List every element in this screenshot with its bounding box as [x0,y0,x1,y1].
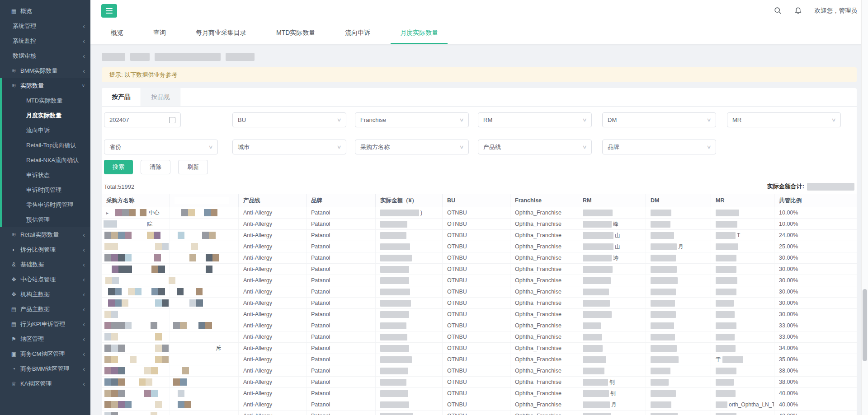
sidebar-item[interactable]: ≋Retail实际数量‹ [0,227,90,242]
sidebar-item[interactable]: Retail-NKA流向确认 [0,153,90,168]
redaction-block [651,289,676,295]
sidebar-item-label: 辖区管理 [20,335,44,343]
mosaic-tile [122,209,129,216]
period-date-picker[interactable]: 202407 [104,112,181,127]
tab-每月商业采集目录[interactable]: 每月商业采集目录 [181,21,261,44]
sidebar-item[interactable]: 流向申诉 [0,123,90,138]
expand-caret-icon[interactable]: ▸ [106,210,108,215]
redaction-block [651,413,678,415]
product-line-cell: Anti-Allergy [238,286,306,297]
sidebar-item[interactable]: 预估管理 [0,212,90,227]
partial-text: 月 [611,401,617,409]
mr-cell [711,207,774,218]
clear-button[interactable]: 清除 [141,160,170,174]
sidebar-item[interactable]: Retail-Top流向确认 [0,138,90,153]
mosaic-redaction [139,378,152,386]
filter-select[interactable]: 产品线∨ [478,140,592,154]
table-row: Anti-AllergyPatanolOTNBUOphtha_Franchise… [102,365,857,377]
tab-概览[interactable]: 概览 [96,21,138,44]
tab-流向申诉[interactable]: 流向申诉 [330,21,385,44]
filter-select[interactable]: MR∨ [727,112,841,127]
sidebar-item[interactable]: ✥机构主数据‹ [0,287,90,302]
sidebar-item[interactable]: MTD实际数量 [0,93,90,108]
filter-select[interactable]: 城市∨ [232,140,346,154]
mosaic-tile [155,401,162,408]
sidebar-item[interactable]: ≋实际数量∨ [0,78,90,93]
mosaic-tile [173,322,180,329]
search-button[interactable]: 搜索 [104,160,133,174]
franchise-cell: Ophtha_Franchise [510,331,578,342]
mosaic-redaction [181,209,195,216]
sidebar-item[interactable]: ▦概览 [0,4,90,19]
tab-月度实际数量[interactable]: 月度实际数量 [385,21,453,44]
sidebar-item[interactable]: 申诉状态 [0,168,90,182]
sidebar-item[interactable]: 数据审核‹ [0,48,90,63]
bu-cell: OTNBU [442,343,510,354]
sidebar-item[interactable]: 系统管理‹ [0,19,90,33]
search-icon[interactable] [774,7,782,14]
column-header: RM [578,194,646,207]
mr-cell [711,331,774,342]
sidebar-item-label: 中心站点管理 [20,275,56,284]
sidebar-item[interactable]: ◐拆分比例管理‹ [0,242,90,257]
mosaic-tile [104,401,111,408]
filter-select[interactable]: 品牌∨ [602,140,716,154]
sidebar-item[interactable]: ≋BMM实际数量‹ [0,63,90,78]
partial-text: 山 [615,243,620,251]
redaction-block [651,255,676,261]
franchise-cell: Ophtha_Franchise [510,399,578,410]
filter-select[interactable]: RM∨ [478,112,592,127]
sidebar-item[interactable]: 系统监控‹ [0,33,90,48]
filter-select-label: BU [238,117,246,123]
redaction-block [722,356,743,363]
amount-cell [375,264,442,275]
sidebar-item[interactable]: &基础数据‹ [0,257,90,272]
filter-select[interactable]: DM∨ [602,112,716,127]
filter-select[interactable]: BU∨ [232,112,346,127]
filter-select[interactable]: Franchise∨ [355,112,469,127]
database-icon: ≋ [10,232,18,238]
sidebar-item[interactable]: ◔商务BMM辖区管理‹ [0,361,90,376]
sidebar-item[interactable]: 零售申诉时间管理 [0,197,90,212]
mosaic-redaction [104,401,132,408]
sidebar-item[interactable]: ▤产品主数据‹ [0,302,90,317]
sidebar-item[interactable]: 申诉时间管理 [0,182,90,197]
sidebar-item-label: Retail-Top流向确认 [26,141,76,149]
mosaic-tile [204,209,211,216]
filter-select[interactable]: 省份∨ [104,140,218,154]
sidebar-item[interactable]: 月度实际数量 [0,108,90,123]
inner-tab-按品规[interactable]: 按品规 [141,88,180,106]
amount-cell [375,377,442,387]
sidebar-item[interactable]: ✥中心站点管理‹ [0,272,90,287]
redaction-block [651,401,671,408]
mosaic-tile [111,378,118,386]
refresh-button[interactable]: 刷新 [178,160,208,174]
brand-cell: Patanol [306,275,375,286]
redaction-block [716,243,738,250]
sidebar-item[interactable]: ♕KA辖区管理‹ [0,376,90,391]
monitor-icon: ▣ [10,351,18,357]
mosaic-tile [115,299,122,307]
sidebar-item[interactable]: ⚑辖区管理‹ [0,331,90,346]
mosaic-tile [104,220,110,228]
mosaic-redaction [104,390,125,397]
tab-查询[interactable]: 查询 [138,21,181,44]
filter-select[interactable]: 采购方名称∨ [355,140,469,154]
inner-tab-按产品[interactable]: 按产品 [102,88,141,106]
scrollbar-thumb[interactable] [863,289,867,361]
sidebar-item[interactable]: ▤行为KPI申诉管理‹ [0,317,90,331]
tab-MTD实际数量[interactable]: MTD实际数量 [261,21,330,44]
redaction-block [583,289,609,295]
hamburger-menu-button[interactable] [101,4,117,18]
bell-icon[interactable] [794,7,802,14]
redaction-block [716,232,736,239]
redaction-block [380,356,412,363]
sidebar-item[interactable]: ▣商务CM辖区管理‹ [0,346,90,361]
mosaic-tile [104,356,111,363]
mosaic-tile [198,322,205,329]
franchise-cell: Ophtha_Franchise [510,377,578,387]
mosaic-tile [178,390,184,397]
mosaic-tile [144,367,151,374]
mosaic-redaction [104,367,125,374]
trophy-icon: ♕ [10,381,18,387]
